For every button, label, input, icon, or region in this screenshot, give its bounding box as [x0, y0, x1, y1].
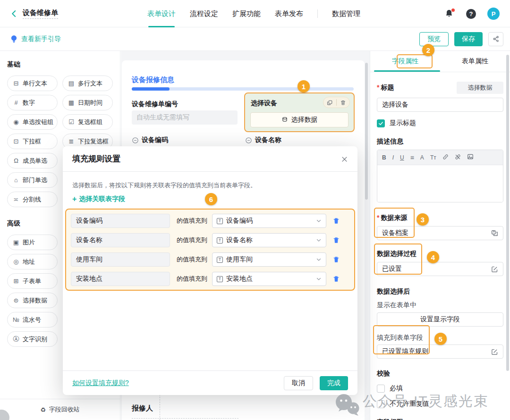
- field-type-image[interactable]: ▣图片: [7, 235, 58, 250]
- field-type-select-data[interactable]: ⊜选择数据: [7, 293, 58, 308]
- description-textarea[interactable]: [377, 165, 503, 202]
- canvas-scrollbar[interactable]: [365, 63, 368, 200]
- unlink-icon[interactable]: [455, 154, 461, 161]
- field-type-checkbox-group[interactable]: ☑复选框组: [62, 114, 113, 130]
- source-field-input[interactable]: 设备名称: [71, 233, 170, 247]
- delete-rule-button[interactable]: [332, 275, 340, 283]
- tab-flow-settings[interactable]: 流程设定: [190, 0, 218, 27]
- field-type-label: 单选按钮组: [23, 118, 53, 126]
- source-field-input[interactable]: 设备编码: [71, 214, 170, 228]
- field-type-address[interactable]: ◎地址: [7, 254, 58, 269]
- panel-scrollbar[interactable]: [506, 55, 509, 371]
- group-title[interactable]: 设备报修信息: [132, 76, 174, 84]
- target-field-select[interactable]: T 设备名称: [212, 233, 326, 247]
- tab-form-design[interactable]: 表单设计: [147, 0, 176, 27]
- delete-rule-button[interactable]: [332, 236, 340, 244]
- copy-field-button[interactable]: [323, 97, 336, 108]
- align-icon[interactable]: ≡: [410, 154, 414, 161]
- back-button[interactable]: [8, 8, 20, 19]
- field-type-single-line-text[interactable]: ⊟单行文本: [7, 76, 58, 91]
- fill-rules-field[interactable]: 已设置填充规则: [377, 344, 503, 359]
- font-color-icon[interactable]: A: [420, 154, 424, 161]
- field-type-label: 图片: [23, 238, 35, 247]
- selected-field-select-device[interactable]: 选择设备 选择数据: [244, 92, 355, 132]
- add-related-field-link[interactable]: + 选择关联表字段: [72, 195, 125, 203]
- italic-icon[interactable]: I: [392, 154, 394, 161]
- recycle-icon: ♻: [40, 406, 46, 413]
- confirm-button[interactable]: 完成: [320, 376, 348, 390]
- target-field-select[interactable]: T 设备编码: [212, 214, 326, 228]
- target-field-select[interactable]: T 安装地点: [212, 272, 326, 286]
- tab-extensions[interactable]: 扩展功能: [232, 0, 261, 27]
- field-recycle-bin[interactable]: ♻ 字段回收站: [0, 399, 120, 420]
- field-type-ocr[interactable]: Ⓐ文字识别: [7, 331, 58, 347]
- source-field-input[interactable]: 安装地点: [71, 272, 170, 286]
- fill-rules-list: 设备编码 的值填充到 T 设备编码 设备名称 的值填充到 T 设备名称: [65, 209, 355, 291]
- modal-close-button[interactable]: [340, 154, 349, 164]
- toolbar-actions: 预览 保存: [419, 32, 503, 46]
- field-type-label: 复选框组: [78, 118, 102, 126]
- notification-bell-icon[interactable]: [444, 8, 455, 19]
- delete-rule-button[interactable]: [332, 217, 340, 225]
- insert-image-icon[interactable]: [467, 153, 474, 161]
- swap-data-source-icon[interactable]: [491, 229, 498, 237]
- repair-no-input[interactable]: 自动生成无需填写: [132, 110, 238, 125]
- delete-rule-button[interactable]: [332, 256, 340, 263]
- edit-icon[interactable]: [491, 266, 498, 273]
- fill-phrase: 的值填充到: [177, 236, 207, 244]
- field-type-datetime[interactable]: ▦日期时间: [62, 95, 113, 110]
- field-type-label: 文字识别: [23, 335, 47, 344]
- annotation-badge-2: 2: [422, 44, 434, 56]
- select-data-button[interactable]: 选择数据: [250, 112, 348, 127]
- set-display-fields-button[interactable]: 设置显示字段: [377, 312, 503, 327]
- field-type-serial-number[interactable]: №流水号: [7, 312, 58, 328]
- field-type-subform[interactable]: ⊞子表单: [7, 273, 58, 289]
- multi-dropdown-icon: ≣: [68, 138, 75, 145]
- title-action-tag[interactable]: 选择数据: [457, 82, 503, 94]
- linked-field-device-name[interactable]: 设备名称: [245, 136, 358, 144]
- field-type-label: 子表单: [23, 277, 41, 286]
- data-source-field[interactable]: 设备档案: [377, 226, 503, 240]
- field-type-number[interactable]: #数字: [7, 95, 58, 110]
- title-input[interactable]: 选择设备: [377, 98, 503, 112]
- nav-divider: [317, 9, 318, 18]
- tab-form-publish[interactable]: 表单发布: [275, 0, 303, 27]
- delete-field-button[interactable]: [337, 97, 349, 108]
- fill-rules-help-link[interactable]: 如何设置填充规则?: [72, 379, 129, 387]
- field-type-divider[interactable]: ≍分割线: [7, 192, 58, 207]
- selection-process-field[interactable]: 已设置: [377, 262, 503, 276]
- beginner-guide-link[interactable]: 查看新手引导: [10, 35, 61, 43]
- fill-rule-row: 设备名称 的值填充到 T 设备名称: [71, 233, 349, 247]
- bold-icon[interactable]: B: [382, 154, 386, 161]
- save-button[interactable]: 保存: [454, 32, 483, 46]
- underline-icon[interactable]: U: [400, 154, 404, 161]
- target-field-select[interactable]: T 使用车间: [212, 252, 326, 267]
- show-title-checkbox[interactable]: [377, 119, 385, 127]
- annotation-badge-4: 4: [427, 251, 439, 263]
- modal-description: 选择数据后，将按以下规则将关联表字段的值填充到当前表单字段。: [72, 181, 256, 190]
- check-icon: [378, 121, 383, 126]
- linked-field-device-code[interactable]: 设备编码: [132, 136, 245, 144]
- field-type-multi-line-text[interactable]: ▤多行文本: [62, 76, 113, 91]
- field-type-member-single[interactable]: Ω成员单选: [7, 153, 58, 168]
- tab-data-management[interactable]: 数据管理: [332, 0, 360, 27]
- cancel-button[interactable]: 取消: [284, 376, 313, 390]
- font-size-icon[interactable]: Tт: [430, 154, 436, 161]
- selection-process-value: 已设置: [382, 265, 402, 273]
- field-type-department-single[interactable]: ⌂部门单选: [7, 172, 58, 188]
- user-avatar[interactable]: P: [487, 8, 500, 20]
- preview-button[interactable]: 预览: [419, 32, 449, 46]
- link-icon[interactable]: [442, 154, 449, 161]
- required-checkbox[interactable]: [377, 385, 385, 393]
- form-designer-app: 设备维修单 表单设计 流程设定 扩展功能 表单发布 数据管理 ? P 查看新手引…: [0, 0, 510, 420]
- app-title[interactable]: 设备维修单: [23, 8, 58, 19]
- share-button[interactable]: [488, 32, 503, 46]
- edit-icon[interactable]: [491, 348, 498, 355]
- tab-form-properties[interactable]: 表单属性: [440, 51, 510, 72]
- field-type-dropdown[interactable]: ⊡下拉框: [7, 134, 58, 149]
- help-icon[interactable]: ?: [466, 9, 476, 19]
- source-field-input[interactable]: 使用车间: [71, 252, 170, 267]
- no-duplicate-checkbox[interactable]: [377, 400, 385, 408]
- properties-panel: 字段属性 表单属性 *标题 选择数据 选择设备 显示标题 描述信息 B I: [370, 51, 510, 420]
- field-type-radio-group[interactable]: ◉单选按钮组: [7, 114, 58, 130]
